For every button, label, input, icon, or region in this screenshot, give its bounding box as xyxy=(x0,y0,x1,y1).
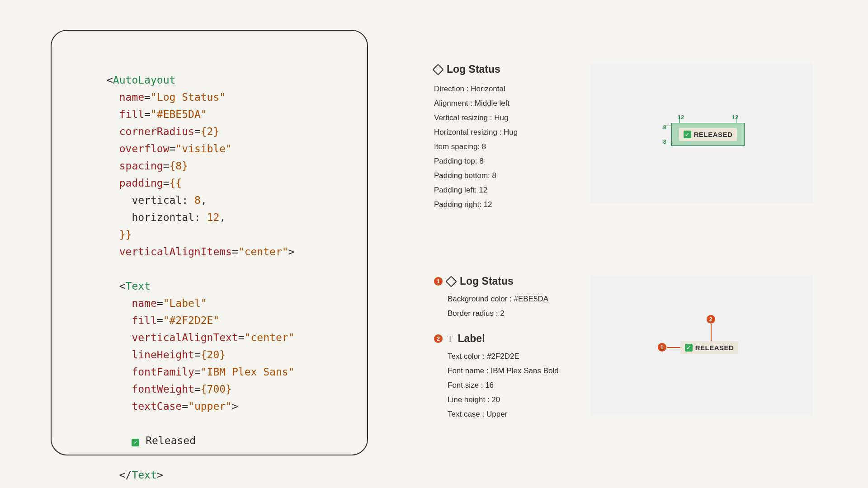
spec-row: Padding top: 8 xyxy=(434,154,572,169)
tag-label: RELEASED xyxy=(694,131,733,138)
code-block: <AutoLayout name="Log Status" fill="#EBE… xyxy=(107,71,331,488)
spec-row: Direction : Horizontal xyxy=(434,82,572,96)
spec-row: Horizontal resizing : Hug xyxy=(434,125,572,140)
code-panel: <AutoLayout name="Log Status" fill="#EBE… xyxy=(51,30,368,455)
spec-row: Padding bottom: 8 xyxy=(434,169,572,183)
callout-line xyxy=(711,324,712,341)
spec-heading: 2 T Label xyxy=(434,333,572,345)
badge-number: 1 xyxy=(434,277,443,286)
spec-heading: Log Status xyxy=(434,63,572,75)
text-layer-icon: T xyxy=(447,333,453,345)
pad-value: 8 xyxy=(663,138,666,145)
spec-row: Text color : #2F2D2E xyxy=(448,349,572,364)
spec-row: Item spacing: 8 xyxy=(434,140,572,154)
spec-title: Log Status xyxy=(460,275,514,287)
spec-row: Background color : #EBE5DA xyxy=(448,292,572,306)
check-icon: ✓ xyxy=(684,131,691,138)
section-styles: 1 Log Status Background color : #EBE5DA … xyxy=(434,275,813,433)
callout-line xyxy=(667,347,680,348)
pad-value: 12 xyxy=(732,114,738,121)
spec-row: Font size : 16 xyxy=(448,378,572,393)
preview-padding: 12 12 8 8 ✓ RELEASED xyxy=(590,63,813,203)
spec-row: Padding left: 12 xyxy=(434,183,572,197)
frame-icon xyxy=(445,276,457,287)
spec-row: Text case : Upper xyxy=(448,407,572,422)
check-icon: ✓ xyxy=(685,344,693,352)
section-autolayout: Log Status Direction : Horizontal Alignm… xyxy=(434,63,813,212)
frame-icon xyxy=(432,64,443,75)
tag-label: RELEASED xyxy=(695,344,734,352)
pad-value: 12 xyxy=(678,114,684,121)
callout-badge: 1 xyxy=(658,343,666,352)
check-icon: ✓ xyxy=(132,439,139,446)
released-tag: ✓ RELEASED xyxy=(680,341,739,354)
spec-row: Line height : 20 xyxy=(448,393,572,407)
spec-row: Font name : IBM Plex Sans Bold xyxy=(448,364,572,378)
badge-number: 2 xyxy=(434,334,443,343)
spec-row: Border radius : 2 xyxy=(448,306,572,321)
spec-row: Vertical resizing : Hug xyxy=(434,111,572,125)
spec-heading: 1 Log Status xyxy=(434,275,572,287)
spec-title: Log Status xyxy=(447,63,500,75)
pad-value: 8 xyxy=(663,124,666,131)
released-tag: ✓ RELEASED xyxy=(679,128,737,141)
spec-row: Alignment : Middle left xyxy=(434,96,572,111)
spec-row: Padding right: 12 xyxy=(434,197,572,212)
preview-annotated: ✓ RELEASED 1 2 xyxy=(590,275,813,415)
spec-title: Label xyxy=(458,333,485,345)
spec-panels: Log Status Direction : Horizontal Alignm… xyxy=(434,63,813,488)
callout-badge: 2 xyxy=(707,315,715,324)
